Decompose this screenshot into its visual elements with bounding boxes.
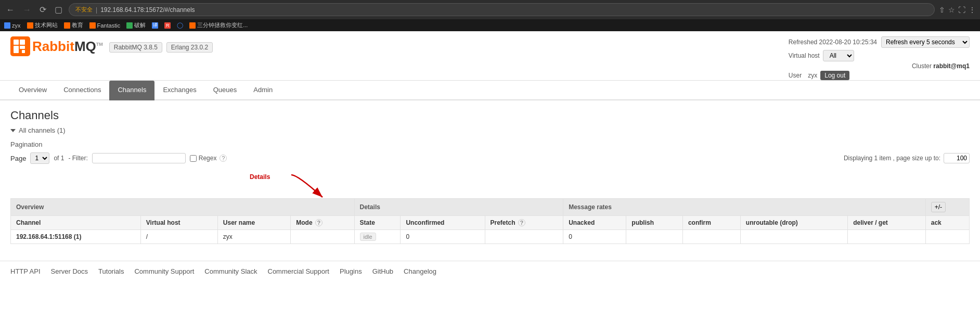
footer-link-commercial-support[interactable]: Commercial Support bbox=[268, 267, 330, 275]
collapse-icon[interactable] bbox=[10, 129, 16, 132]
bookmark-icon bbox=[27, 22, 33, 29]
filter-input[interactable] bbox=[92, 153, 186, 163]
col-deliver-get: deliver / get bbox=[848, 216, 926, 230]
logo-area: RabbitMQTM RabbitMQ 3.8.5 Erlang 23.0.2 bbox=[10, 36, 213, 56]
cell-channel: 192.168.64.1:51168 (1) bbox=[11, 230, 141, 244]
extensions-button[interactable]: ⛶ bbox=[958, 6, 965, 14]
forward-button[interactable]: → bbox=[21, 4, 33, 16]
browser-chrome: ← → ⟳ ▢ 不安全 | 192.168.64.178:15672/#/cha… bbox=[0, 0, 980, 19]
bookmark-video[interactable]: 三分钟拯救你变红... bbox=[189, 21, 248, 29]
address-bar[interactable]: 不安全 | 192.168.64.178:15672/#/channels bbox=[69, 3, 935, 16]
bookmark-r[interactable]: R bbox=[164, 22, 171, 29]
svg-rect-1 bbox=[14, 40, 19, 45]
footer-link-tutorials[interactable]: Tutorials bbox=[98, 267, 124, 275]
reload-button[interactable]: ⟳ bbox=[37, 4, 48, 16]
nav-item-admin[interactable]: Admin bbox=[245, 81, 281, 100]
footer-link-changelog[interactable]: Changelog bbox=[404, 267, 436, 275]
share-button[interactable]: ⇧ bbox=[939, 6, 945, 14]
cluster-row: Cluster rabbit@mq1 bbox=[789, 62, 970, 70]
page-select[interactable]: 1 bbox=[30, 152, 49, 164]
footer-link-github[interactable]: GitHub bbox=[372, 267, 393, 275]
nav-item-queues[interactable]: Queues bbox=[205, 81, 246, 100]
nav-item-channels[interactable]: Channels bbox=[109, 81, 154, 100]
page-size-area: Displaying 1 item , page size up to: bbox=[844, 153, 970, 163]
filter-label: - Filter: bbox=[68, 155, 87, 162]
bookmark-icon: R bbox=[164, 22, 171, 29]
vhost-row: Virtual host All / bbox=[789, 50, 970, 61]
cell-unconfirmed: 0 bbox=[401, 230, 485, 244]
col-prefetch: Prefetch ? bbox=[485, 216, 563, 230]
logo: RabbitMQTM bbox=[10, 36, 103, 56]
refreshed-time: Refreshed 2022-08-20 10:25:34 bbox=[789, 39, 877, 46]
col-unacked: Unacked bbox=[563, 216, 626, 230]
cell-unroutable-drop bbox=[740, 230, 847, 244]
back-button[interactable]: ← bbox=[4, 4, 17, 16]
user-value: zyx bbox=[808, 72, 817, 79]
footer-link-http-api[interactable]: HTTP API bbox=[10, 267, 41, 275]
bookmark-zyx[interactable]: zyx bbox=[4, 22, 21, 29]
logo-icon bbox=[10, 36, 30, 56]
nav-item-connections[interactable]: Connections bbox=[55, 81, 109, 100]
col-ack: ack bbox=[925, 216, 969, 230]
logo-mq: MQ bbox=[74, 39, 96, 54]
footer-link-community-support[interactable]: Community Support bbox=[134, 267, 194, 275]
cell-state: idle bbox=[354, 230, 401, 244]
col-confirm: confirm bbox=[682, 216, 740, 230]
security-warning: 不安全 bbox=[75, 6, 93, 14]
vhost-select[interactable]: All / bbox=[823, 50, 854, 61]
footer-link-server-docs[interactable]: Server Docs bbox=[51, 267, 88, 275]
refresh-select[interactable]: Refresh every 5 seconds No refresh Refre… bbox=[881, 36, 970, 48]
regex-help-icon[interactable]: ? bbox=[220, 155, 227, 162]
app-container: RabbitMQTM RabbitMQ 3.8.5 Erlang 23.0.2 … bbox=[0, 31, 980, 291]
bookmark-icon bbox=[126, 22, 133, 29]
mode-help-icon[interactable]: ? bbox=[315, 219, 323, 226]
cell-user-name: zyx bbox=[217, 230, 291, 244]
svg-rect-4 bbox=[20, 46, 25, 49]
header-right: Refreshed 2022-08-20 10:25:34 Refresh ev… bbox=[789, 36, 970, 80]
home-button[interactable]: ▢ bbox=[53, 4, 65, 16]
nav-item-overview[interactable]: Overview bbox=[10, 81, 55, 100]
footer-link-plugins[interactable]: Plugins bbox=[340, 267, 362, 275]
group-header-message-rates: Message rates bbox=[563, 199, 926, 216]
bookmark-icon bbox=[189, 22, 196, 29]
cell-publish bbox=[626, 230, 683, 244]
prefetch-help-icon[interactable]: ? bbox=[518, 219, 525, 226]
svg-rect-3 bbox=[14, 46, 19, 53]
bookmark-edu[interactable]: 教育 bbox=[64, 21, 83, 29]
bookmark-translate[interactable]: 译 bbox=[152, 22, 158, 29]
page-size-input[interactable] bbox=[944, 153, 970, 163]
bookmark-circle[interactable]: ◯ bbox=[177, 22, 183, 29]
bookmark-fantastic[interactable]: Fantastic bbox=[89, 22, 121, 29]
nav-item-exchanges[interactable]: Exchanges bbox=[154, 81, 204, 100]
logo-tm: TM bbox=[96, 42, 103, 47]
details-annotation-label: Details bbox=[250, 173, 270, 181]
plus-minus-button[interactable]: +/- bbox=[931, 202, 946, 212]
col-state: State bbox=[354, 216, 401, 230]
cell-deliver-get bbox=[848, 230, 926, 244]
pagination-controls: Page 1 of 1 - Filter: Regex ? Displaying… bbox=[10, 152, 970, 164]
user-row: User zyx Log out bbox=[789, 71, 970, 80]
bookmark-icon bbox=[4, 22, 10, 29]
col-virtual-host: Virtual host bbox=[140, 216, 217, 230]
logo-rabbit: Rabbit bbox=[32, 39, 74, 54]
nav-bar: Overview Connections Channels Exchanges … bbox=[0, 81, 980, 100]
col-publish: publish bbox=[626, 216, 683, 230]
logout-button[interactable]: Log out bbox=[820, 71, 849, 80]
page-label: Page bbox=[10, 155, 26, 162]
col-unconfirmed: Unconfirmed bbox=[401, 216, 485, 230]
cell-virtual-host: / bbox=[140, 230, 217, 244]
arrow-annotation: Details bbox=[10, 172, 970, 198]
bookmark-tech[interactable]: 技术网站 bbox=[27, 21, 58, 29]
footer-link-community-slack[interactable]: Community Slack bbox=[204, 267, 257, 275]
channels-table: Overview Details Message rates +/- Chann… bbox=[10, 198, 970, 244]
bookmark-button[interactable]: ☆ bbox=[948, 6, 955, 14]
regex-checkbox[interactable] bbox=[190, 155, 197, 162]
table-column-header-row: Channel Virtual host User name Mode ? St… bbox=[11, 216, 970, 230]
regex-label: Regex ? bbox=[190, 155, 227, 162]
col-user-name: User name bbox=[217, 216, 291, 230]
bookmark-crack[interactable]: 破解 bbox=[126, 21, 146, 29]
page-title: Channels bbox=[10, 109, 970, 122]
bookmark-icon bbox=[64, 22, 70, 29]
bookmark-icon: 译 bbox=[152, 22, 158, 29]
menu-button[interactable]: ⋮ bbox=[969, 6, 976, 14]
